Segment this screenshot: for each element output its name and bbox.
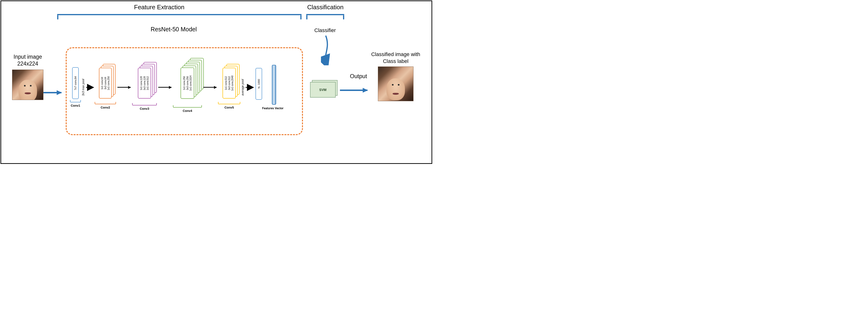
conv5-caption: Conv5 (224, 106, 234, 109)
conv2-l2: 3x3 conv,64 (104, 77, 106, 89)
avgpool-note: average pool (241, 79, 244, 95)
conv1-text: 7x7 conv,64 (74, 76, 77, 90)
output-label-line1: Classified image with (366, 51, 425, 58)
conv4-l1: 1x1 conv,256 (183, 76, 186, 90)
conv3-l2: 3x3 conv,128 (143, 76, 146, 90)
diagram-frame: Feature Extraction Classification ResNet… (0, 0, 432, 164)
model-title: ResNet-50 Model (151, 26, 197, 33)
conv3-l1: 1x1 conv,128 (140, 76, 143, 90)
stage-conv2: 1x1 conv,64 3x3 conv,64 1x1 conv,256 Con… (95, 65, 116, 109)
input-label-line2: 224x224 (6, 60, 49, 67)
output-arrow-icon (340, 89, 368, 91)
input-face-image (12, 70, 43, 100)
feature-extraction-label: Feature Extraction (134, 4, 184, 11)
conv2-l3: 1x1 conv,256 (107, 76, 110, 90)
conv2-caption: Conv2 (101, 106, 110, 109)
feature-extraction-bracket (57, 14, 302, 18)
stage-fc: fc, 1000 (254, 68, 262, 107)
maxpool-note: 3x3 max pool (82, 79, 85, 96)
conv4-caption: Conv4 (183, 109, 192, 113)
output-section: Classified image with Class label (366, 51, 425, 101)
conv4-l3: 1x1 conv,1024 (189, 76, 192, 91)
classifier-arrow-icon (321, 34, 331, 65)
output-label-line2: Class label (366, 58, 425, 65)
conv1-caption: Conv1 (71, 104, 80, 107)
arrow-icon (117, 87, 131, 88)
stage-conv3: 1x1 conv,128 3x3 conv,128 1x1 conv,512 C… (132, 64, 157, 110)
conv3-l3: 1x1 conv,512 (146, 76, 149, 90)
features-vector-label: Features Vector (262, 107, 283, 110)
features-vector: Features Vector (262, 65, 283, 110)
conv4-l2: 3x3 conv,256 (186, 76, 189, 90)
input-arrow-icon (43, 92, 61, 93)
output-arrow-label: Output (350, 73, 367, 80)
conv1-block: 7x7 conv,64 (72, 67, 79, 99)
conv3-caption: Conv3 (140, 107, 149, 110)
conv5-l3: 1x1 conv,2048 (231, 76, 234, 91)
svm-classifier-box: SVM (310, 80, 338, 98)
arrow-icon (203, 87, 217, 88)
classification-bracket (306, 14, 344, 18)
stage-conv5: 1x1 conv,512 3x3 conv,512 1x1 conv,2048 … (218, 65, 240, 109)
conv5-l1: 1x1 conv,512 (225, 76, 227, 90)
stage-conv4: 1x1 conv,256 3x3 conv,256 1x1 conv,1024 … (173, 62, 202, 113)
input-section: Input image 224x224 (6, 53, 49, 100)
conv5-l2: 3x3 conv,512 (228, 76, 230, 90)
conv2-l1: 1x1 conv,64 (101, 77, 103, 89)
stage-conv1: 7x7 conv,64 Conv1 (70, 67, 81, 107)
pipeline: 7x7 conv,64 Conv1 3x3 max pool 1x1 conv,… (70, 62, 283, 113)
classifier-label: Classifier (314, 27, 336, 33)
arrow-icon (86, 84, 95, 91)
arrow-icon (245, 84, 254, 91)
arrow-icon (158, 87, 172, 88)
input-label-line1: Input image (6, 53, 49, 60)
output-face-image (378, 66, 413, 101)
svm-label: SVM (310, 82, 336, 98)
fc-text: fc, 1000 (257, 79, 260, 88)
classification-label: Classification (307, 4, 343, 11)
